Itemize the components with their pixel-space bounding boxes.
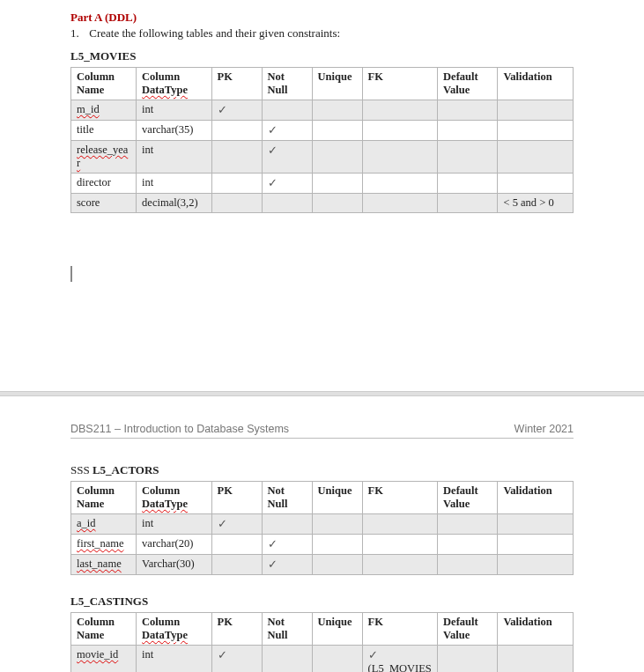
th: PK	[211, 613, 262, 646]
cell-unique	[312, 121, 362, 141]
th: Column Name	[71, 613, 137, 646]
th: Validation	[498, 482, 574, 514]
page-2: DBS211 – Introduction to Database System…	[0, 396, 644, 672]
cell-type: Varchar(30)	[137, 555, 212, 575]
cell-default	[438, 174, 498, 194]
cell-validation	[498, 121, 574, 141]
cell-default	[438, 514, 498, 535]
actors-caption-text: L5_ACTORS	[93, 463, 159, 476]
th: PK	[211, 68, 262, 100]
th: Column DataType	[137, 482, 212, 514]
instruction-1: 1. Create the following tables and their…	[70, 26, 574, 41]
cell-name: m_id	[71, 100, 137, 121]
cell-type: varchar(35)	[137, 121, 212, 141]
th: Default Value	[438, 482, 498, 514]
text-cursor	[70, 266, 72, 282]
th: Column DataType	[137, 613, 212, 646]
cell-pk	[211, 141, 262, 174]
actors-table: Column NameColumn DataTypePKNot NullUniq…	[70, 481, 574, 575]
cell-pk	[211, 121, 262, 141]
movies-table: Column NameColumn DataTypePKNot NullUniq…	[70, 67, 574, 213]
instruction-1-text: Create the following tables and their gi…	[89, 26, 340, 40]
actors-tbody: a_idint✓first_namevarchar(20)✓last_nameV…	[71, 514, 574, 575]
cell-validation	[498, 555, 574, 575]
cell-name: a_id	[71, 514, 137, 535]
cell-pk: ✓	[211, 646, 262, 673]
cell-unique	[312, 194, 362, 213]
th: Not Null	[262, 68, 312, 100]
cell-pk	[211, 555, 262, 575]
cell-default	[438, 194, 498, 213]
cell-unique	[312, 555, 362, 575]
cell-validation	[498, 514, 574, 535]
cell-fk	[362, 121, 438, 141]
cell-default	[438, 555, 498, 575]
th: Not Null	[262, 613, 312, 646]
cell-notnull: ✓	[262, 555, 312, 575]
th: FK	[362, 482, 438, 514]
cell-pk	[211, 535, 262, 555]
th: FK	[362, 613, 438, 646]
cell-unique	[312, 141, 362, 174]
table-row: last_nameVarchar(30)✓	[71, 555, 574, 575]
cell-unique	[312, 100, 362, 121]
cell-fk	[362, 514, 438, 535]
th: PK	[211, 482, 262, 514]
page-header-line: DBS211 – Introduction to Database System…	[70, 423, 574, 439]
cell-name: first_name	[71, 535, 137, 555]
cell-notnull: ✓	[262, 121, 312, 141]
cell-fk	[362, 555, 438, 575]
cell-type: int	[137, 141, 212, 174]
table-row: release_yearint✓	[71, 141, 574, 174]
cell-default	[438, 535, 498, 555]
cell-unique	[312, 646, 362, 673]
cell-pk: ✓	[211, 514, 262, 535]
cell-name: score	[71, 194, 137, 213]
cell-unique	[312, 514, 362, 535]
header-left: DBS211 – Introduction to Database System…	[70, 423, 289, 435]
actors-caption: SSS L5_ACTORS	[70, 463, 574, 477]
th: FK	[362, 68, 438, 100]
th: Column Name	[71, 482, 137, 514]
cell-fk	[362, 100, 438, 121]
th: Unique	[312, 482, 362, 514]
th: Not Null	[262, 482, 312, 514]
th: Default Value	[438, 613, 498, 646]
cell-type: decimal(3,2)	[137, 194, 212, 213]
cell-fk: ✓(L5_MOVIES)	[362, 646, 438, 673]
table-row: m_idint✓	[71, 100, 574, 121]
cell-notnull	[262, 646, 312, 673]
cell-fk	[362, 141, 438, 174]
cell-notnull	[262, 100, 312, 121]
instruction-1-num: 1.	[70, 26, 86, 41]
cell-default	[438, 121, 498, 141]
cell-fk	[362, 194, 438, 213]
cell-pk	[211, 194, 262, 213]
th: Column Name	[71, 68, 137, 100]
th-datatype: DataType	[142, 629, 188, 641]
cell-validation	[498, 646, 574, 673]
cell-notnull	[262, 514, 312, 535]
cell-name: release_year	[71, 141, 137, 174]
cell-validation	[498, 141, 574, 174]
cell-type: int	[137, 646, 212, 673]
cell-validation	[498, 174, 574, 194]
page-1: Part A (DDL) 1. Create the following tab…	[0, 0, 644, 391]
cell-notnull: ✓	[262, 141, 312, 174]
cell-name: title	[71, 121, 137, 141]
th: Unique	[312, 613, 362, 646]
table-row: directorint✓	[71, 174, 574, 194]
cell-fk	[362, 174, 438, 194]
cell-notnull: ✓	[262, 174, 312, 194]
cell-type: int	[137, 100, 212, 121]
cell-validation: < 5 and > 0	[498, 194, 574, 213]
cell-name: director	[71, 174, 137, 194]
cell-type: int	[137, 174, 212, 194]
th-datatype: DataType	[142, 84, 188, 96]
th: Validation	[498, 613, 574, 646]
actors-caption-prefix: SSS	[70, 463, 93, 476]
th: Unique	[312, 68, 362, 100]
castings-table: Column NameColumn DataTypePKNot NullUniq…	[70, 612, 574, 672]
cell-validation	[498, 100, 574, 121]
movies-caption: L5_MOVIES	[70, 49, 574, 63]
